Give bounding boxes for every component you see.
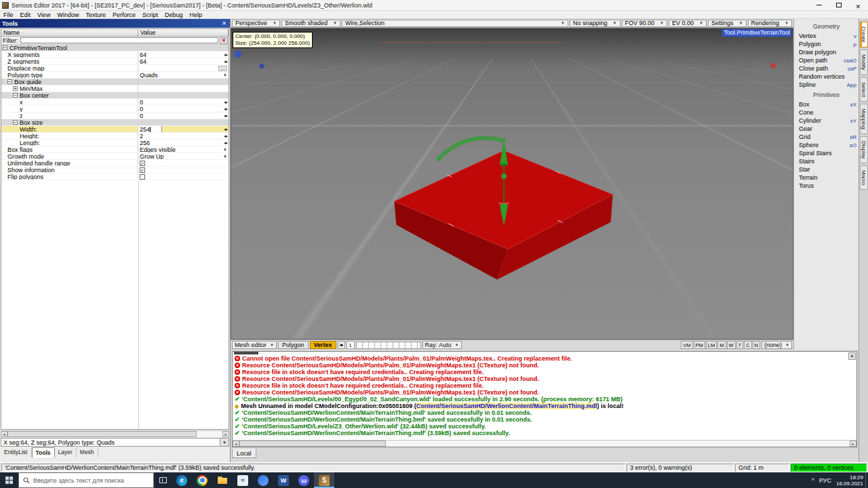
property-row[interactable]: x 0 bbox=[1, 99, 229, 106]
serious-editor-icon[interactable]: S bbox=[314, 472, 334, 488]
spinner-icon[interactable] bbox=[338, 341, 345, 349]
viewport-toggle-button[interactable]: M bbox=[717, 341, 726, 349]
primitive-tool-item[interactable]: Cone bbox=[794, 108, 859, 117]
scroll-right-icon[interactable] bbox=[850, 441, 856, 447]
property-row[interactable]: X segments 64 bbox=[1, 52, 229, 58]
side-tab[interactable]: Mapping bbox=[860, 104, 868, 134]
viewport-3d[interactable]: Center: (0.000, 0.000, 0.000) Size: (254… bbox=[231, 28, 793, 340]
viewport-toggle-button[interactable]: N bbox=[753, 341, 760, 349]
value-control-icon[interactable] bbox=[224, 126, 227, 132]
tools-panel-close-button[interactable] bbox=[220, 20, 228, 27]
minimize-button[interactable] bbox=[809, 0, 829, 11]
side-tab[interactable]: Create bbox=[860, 22, 868, 47]
expand-toggle-icon[interactable] bbox=[13, 86, 18, 91]
layer-slot-strip[interactable] bbox=[356, 342, 421, 349]
primitive-tool-item[interactable]: Torus bbox=[794, 182, 859, 190]
value-control-icon[interactable] bbox=[224, 99, 227, 105]
side-tab[interactable]: Modify bbox=[860, 49, 868, 75]
scroll-left-icon[interactable] bbox=[233, 441, 239, 447]
viewport-toolbar-dropdown[interactable]: Smooth shaded bbox=[281, 20, 340, 27]
side-tab[interactable]: Macro bbox=[860, 165, 868, 190]
calculator-icon[interactable]: = bbox=[233, 472, 253, 488]
viewport-toggle-button[interactable]: T bbox=[736, 341, 744, 349]
panel-tab[interactable]: EntityList bbox=[1, 447, 32, 458]
value-control-icon[interactable] bbox=[224, 52, 227, 58]
viewport-toolbar-dropdown[interactable]: FOV 90.00 bbox=[622, 20, 667, 27]
property-value[interactable]: 2 bbox=[138, 133, 144, 139]
value-control-icon[interactable] bbox=[224, 106, 227, 112]
property-row[interactable]: Show information bbox=[1, 167, 229, 174]
panel-tab[interactable]: Tools bbox=[32, 447, 55, 458]
property-row[interactable]: Height: 2 bbox=[1, 133, 229, 140]
property-row[interactable]: Length: 256 bbox=[1, 140, 229, 146]
clock[interactable]: 18:29 16.09.2021 bbox=[836, 474, 863, 487]
discord-icon[interactable]: ω bbox=[294, 472, 314, 488]
viewport-toolbar-dropdown[interactable]: EV 0.00 bbox=[669, 20, 707, 27]
value-control-icon[interactable] bbox=[223, 72, 227, 78]
value-control-icon[interactable] bbox=[224, 140, 227, 146]
chrome-icon[interactable] bbox=[192, 472, 212, 488]
primitive-tool-item[interactable]: Terrain bbox=[794, 174, 859, 182]
blue-app-icon[interactable] bbox=[253, 472, 273, 488]
primitive-tool-item[interactable]: Stairs bbox=[794, 157, 859, 165]
value-control-icon[interactable] bbox=[223, 146, 227, 152]
log-close-button[interactable] bbox=[848, 352, 856, 360]
menu-item[interactable]: File bbox=[0, 11, 17, 19]
menu-item[interactable]: Edit bbox=[17, 11, 35, 19]
property-row[interactable]: Box flags Edges visible bbox=[1, 146, 229, 153]
menu-item[interactable]: View bbox=[34, 11, 54, 19]
property-value[interactable]: 64 bbox=[138, 52, 148, 58]
property-row[interactable]: Flip polygons bbox=[1, 174, 229, 180]
mesh-editor-dropdown[interactable]: Mesh editor bbox=[232, 341, 277, 349]
property-value[interactable]: 0 bbox=[138, 99, 144, 105]
value-control-icon[interactable] bbox=[218, 66, 227, 71]
value-control-icon[interactable] bbox=[224, 113, 227, 119]
scroll-left-icon[interactable] bbox=[1, 431, 7, 437]
viewport-toolbar-dropdown[interactable]: Wire,Selection bbox=[342, 20, 568, 27]
viewport-toggle-button[interactable]: VM bbox=[681, 341, 692, 349]
primitive-tool-item[interactable]: Spiral Stairs bbox=[794, 149, 859, 157]
log-file-link[interactable]: Content/SeriousSamHD/WerlionContent/Main… bbox=[416, 403, 597, 409]
show-desktop-button[interactable] bbox=[865, 472, 868, 488]
primitive-tool-item[interactable]: Cylinder sY bbox=[794, 117, 859, 125]
expand-toggle-icon[interactable] bbox=[3, 45, 7, 50]
value-control-icon[interactable] bbox=[223, 153, 227, 159]
value-control-icon[interactable] bbox=[224, 58, 227, 64]
log-horizontal-scrollbar[interactable] bbox=[233, 440, 856, 447]
side-tab[interactable]: Select bbox=[860, 77, 868, 102]
viewport-toolbar-dropdown[interactable]: Settings bbox=[708, 20, 746, 27]
panel-tab[interactable]: Mesh bbox=[77, 447, 98, 458]
viewport-toggle-button[interactable]: C bbox=[744, 341, 751, 349]
viewport-toggle-button[interactable]: LM bbox=[706, 341, 717, 349]
vertex-mode-button[interactable]: Vertex bbox=[310, 341, 336, 349]
filter-clear-button[interactable] bbox=[220, 37, 228, 44]
property-value[interactable]: Edges visible bbox=[138, 146, 177, 152]
tool-summary-combo[interactable]: X seg:64, Z seg:64, Polygon type: Quads bbox=[1, 438, 229, 447]
property-row[interactable]: Min/Max bbox=[1, 85, 229, 92]
scroll-thumb[interactable] bbox=[7, 431, 197, 437]
expand-toggle-icon[interactable] bbox=[13, 120, 18, 125]
side-tab[interactable]: Display bbox=[860, 136, 868, 163]
checkbox[interactable] bbox=[140, 174, 145, 180]
tools-horizontal-scrollbar[interactable] bbox=[1, 430, 229, 437]
property-value[interactable]: 254 bbox=[138, 126, 161, 132]
property-row[interactable]: Growth mode Grow Up bbox=[1, 153, 229, 160]
log-grip[interactable] bbox=[234, 352, 258, 354]
property-row[interactable]: y 0 bbox=[1, 106, 229, 113]
expand-toggle-icon[interactable] bbox=[7, 79, 12, 84]
log-tab-local[interactable]: Local bbox=[232, 449, 256, 458]
menu-item[interactable]: Help bbox=[186, 11, 205, 19]
geometry-tool-item[interactable]: Spline App bbox=[794, 81, 859, 89]
property-row[interactable]: Width: 254 bbox=[1, 126, 229, 133]
column-header-name[interactable]: Name bbox=[1, 29, 138, 37]
primitive-tool-item[interactable]: Gear bbox=[794, 125, 859, 133]
property-value[interactable]: 256 bbox=[138, 140, 151, 146]
primitive-tool-item[interactable]: Sphere sO bbox=[794, 141, 859, 149]
property-row[interactable]: Polygon type Quads bbox=[1, 72, 229, 79]
primitive-tool-item[interactable]: Box sX bbox=[794, 100, 859, 108]
property-value[interactable]: Quads bbox=[138, 72, 159, 78]
status-errors[interactable]: 3 error(s), 0 warning(s) bbox=[627, 464, 734, 472]
menu-item[interactable]: Perforce bbox=[109, 11, 139, 19]
property-value[interactable]: Grow Up bbox=[138, 153, 165, 159]
panel-tab[interactable]: Layer bbox=[55, 447, 77, 458]
